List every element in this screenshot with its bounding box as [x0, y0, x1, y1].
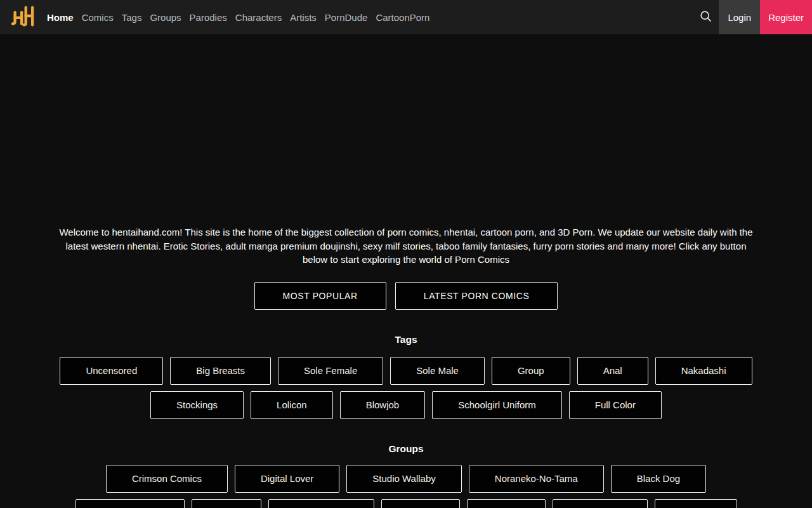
navbar-right-controls: Login Register — [692, 0, 812, 34]
hh-logo-icon — [9, 4, 36, 30]
register-button[interactable]: Register — [760, 0, 812, 34]
nav-item-artists[interactable]: Artists — [290, 10, 317, 25]
group-button-partial-3[interactable] — [268, 499, 374, 508]
group-button-partial-5[interactable] — [467, 499, 546, 508]
login-button[interactable]: Login — [719, 0, 760, 34]
cta-button-row: MOST POPULAR LATEST PORN COMICS — [0, 282, 812, 310]
tag-button-group[interactable]: Group — [492, 357, 570, 385]
group-button-partial-1[interactable] — [75, 499, 185, 508]
tags-row-2: Stockings Lolicon Blowjob Schoolgirl Uni… — [0, 391, 812, 419]
tag-button-lolicon[interactable]: Lolicon — [251, 391, 333, 419]
tag-button-nakadashi[interactable]: Nakadashi — [655, 357, 752, 385]
most-popular-button[interactable]: MOST POPULAR — [254, 282, 386, 310]
welcome-text: Welcome to hentaihand.com! This site is … — [56, 225, 757, 267]
main-navigation: Home Comics Tags Groups Parodies Charact… — [47, 10, 429, 25]
tags-row-1: Uncensored Big Breasts Sole Female Sole … — [0, 357, 812, 385]
tag-button-full-color[interactable]: Full Color — [569, 391, 662, 419]
groups-row-1: Crimson Comics Digital Lover Studio Wall… — [0, 465, 812, 493]
tag-button-blowjob[interactable]: Blowjob — [340, 391, 426, 419]
latest-porn-comics-button[interactable]: LATEST PORN COMICS — [395, 282, 558, 310]
tags-heading: Tags — [0, 334, 812, 345]
nav-item-comics[interactable]: Comics — [82, 10, 114, 25]
tag-button-schoolgirl-uniform[interactable]: Schoolgirl Uniform — [432, 391, 562, 419]
group-button-partial-7[interactable] — [655, 499, 737, 508]
nav-item-home[interactable]: Home — [47, 10, 74, 25]
top-navbar: Home Comics Tags Groups Parodies Charact… — [0, 0, 812, 34]
tag-button-anal[interactable]: Anal — [577, 357, 648, 385]
nav-item-parodies[interactable]: Parodies — [190, 10, 227, 25]
nav-item-porndude[interactable]: PornDude — [325, 10, 368, 25]
tag-button-sole-male[interactable]: Sole Male — [390, 357, 485, 385]
group-button-digital-lover[interactable]: Digital Lover — [235, 465, 339, 493]
tag-button-uncensored[interactable]: Uncensored — [60, 357, 163, 385]
search-button[interactable] — [692, 0, 719, 34]
search-icon — [700, 10, 712, 25]
group-button-studio-wallaby[interactable]: Studio Wallaby — [346, 465, 462, 493]
group-button-noraneko-no-tama[interactable]: Noraneko-No-Tama — [469, 465, 604, 493]
site-logo[interactable] — [0, 0, 47, 34]
groups-row-2-partial — [0, 499, 812, 508]
tag-button-big-breasts[interactable]: Big Breasts — [170, 357, 271, 385]
group-button-partial-6[interactable] — [553, 499, 648, 508]
nav-item-characters[interactable]: Characters — [235, 10, 282, 25]
tag-button-sole-female[interactable]: Sole Female — [278, 357, 383, 385]
groups-heading: Groups — [0, 443, 812, 455]
nav-item-groups[interactable]: Groups — [150, 10, 181, 25]
nav-item-cartoonporn[interactable]: CartoonPorn — [376, 10, 429, 25]
group-button-black-dog[interactable]: Black Dog — [611, 465, 706, 493]
group-button-partial-2[interactable] — [192, 499, 261, 508]
group-button-crimson-comics[interactable]: Crimson Comics — [106, 465, 228, 493]
tag-button-stockings[interactable]: Stockings — [150, 391, 244, 419]
group-button-partial-4[interactable] — [381, 499, 460, 508]
nav-item-tags[interactable]: Tags — [122, 10, 142, 25]
